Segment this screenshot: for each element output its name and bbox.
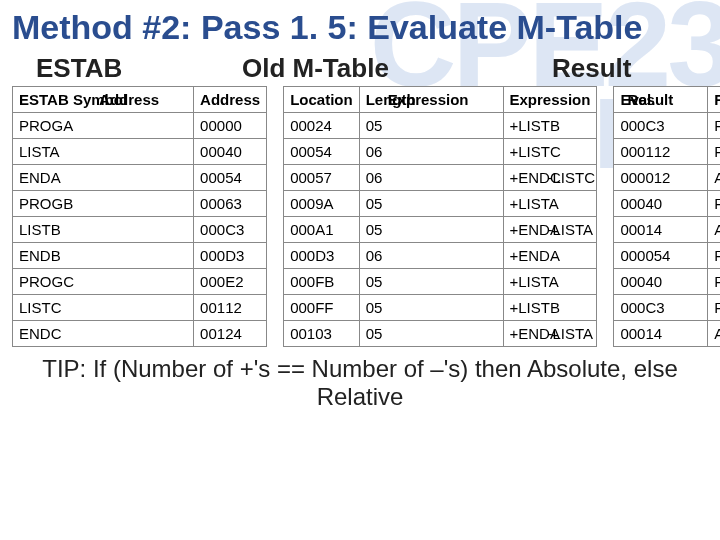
old-expression-cell: +ENDA [503,243,597,269]
table-row: 000FB05+LISTA [284,269,597,295]
old-location-cell: 000FB [284,269,360,295]
estab-address-cell: 00054 [194,165,267,191]
slide-title: Method #2: Pass 1. 5: Evaluate M-Table [12,8,708,47]
table-row: PROGA00000 [13,113,267,139]
heading-estab: ESTAB [12,53,232,84]
old-expression-cell: +ENDA-LISTA [503,217,597,243]
old-location-cell: 000D3 [284,243,360,269]
old-length-cell: 06 [359,139,503,165]
result-eval-cell: 00040 [614,269,708,295]
table-row: 000FF05+LISTB [284,295,597,321]
old-location-cell: 00054 [284,139,360,165]
old-header-expression: Expression [503,87,597,113]
old-header-length-b: Expression [388,91,469,108]
result-header-type-a: Result Type (Abs/ [714,91,720,108]
result-header-eval-b: Result [627,91,673,108]
estab-symbol-cell: PROGC [13,269,194,295]
result-eval-cell: 000C3 [614,113,708,139]
estab-header-symbol: ESTAB SymbolAddress [13,87,194,113]
result-header-type: Result Type (Abs/Rel) [708,87,720,113]
estab-symbol-cell: LISTA [13,139,194,165]
result-type-cell: A [708,165,720,191]
estab-table: ESTAB SymbolAddress Address PROGA00000LI… [12,86,267,347]
estab-address-cell: 000D3 [194,243,267,269]
table-row: 00040R [614,191,720,217]
result-eval-cell: 000054 [614,243,708,269]
result-eval-cell: 000112 [614,139,708,165]
tables-row: ESTAB SymbolAddress Address PROGA00000LI… [12,86,708,347]
old-length-cell: 05 [359,321,503,347]
result-eval-cell: 000C3 [614,295,708,321]
estab-symbol-cell: ENDA [13,165,194,191]
estab-symbol-cell: ENDC [13,321,194,347]
old-expression-cell: +LISTA [503,191,597,217]
old-expression-cell: +LISTB [503,295,597,321]
old-location-cell: 00057 [284,165,360,191]
estab-address-cell: 00000 [194,113,267,139]
section-headings: ESTAB Old M-Table Result [12,53,708,84]
old-length-cell: 06 [359,243,503,269]
result-header-eval: Eval.Result [614,87,708,113]
old-location-cell: 00103 [284,321,360,347]
estab-symbol-cell: LISTC [13,295,194,321]
old-length-cell: 06 [359,165,503,191]
estab-address-cell: 000E2 [194,269,267,295]
result-type-cell: A [708,321,720,347]
table-row: LISTB000C3 [13,217,267,243]
tip-text: TIP: If (Number of +'s == Number of –'s)… [12,355,708,411]
old-location-cell: 000FF [284,295,360,321]
table-row: 000C3R [614,113,720,139]
slide-content: Method #2: Pass 1. 5: Evaluate M-Table E… [0,0,720,411]
table-row: 00040R [614,269,720,295]
table-row: 0002405+LISTB [284,113,597,139]
old-length-cell: 05 [359,191,503,217]
table-header-row: Location LengthExpression Expression [284,87,597,113]
table-header-row: ESTAB SymbolAddress Address [13,87,267,113]
result-eval-cell: 00014 [614,321,708,347]
estab-address-cell: 00112 [194,295,267,321]
estab-header-address: Address [194,87,267,113]
estab-symbol-cell: PROGB [13,191,194,217]
old-expression-cell: +ENDA-LISTA [503,321,597,347]
result-type-cell: R [708,139,720,165]
table-row: ENDA00054 [13,165,267,191]
result-type-cell: R [708,295,720,321]
table-header-row: Eval.Result Result Type (Abs/Rel) [614,87,720,113]
estab-address-cell: 000C3 [194,217,267,243]
result-type-cell: R [708,243,720,269]
table-row: PROGB00063 [13,191,267,217]
heading-old-m-table: Old M-Table [232,53,512,84]
table-row: 000112R [614,139,720,165]
result-eval-cell: 00014 [614,217,708,243]
table-row: LISTC00112 [13,295,267,321]
heading-result: Result [512,53,708,84]
old-location-cell: 0009A [284,191,360,217]
table-row: 000012A [614,165,720,191]
result-eval-cell: 00040 [614,191,708,217]
estab-address-cell: 00040 [194,139,267,165]
estab-symbol-cell: LISTB [13,217,194,243]
old-location-cell: 000A1 [284,217,360,243]
table-row: PROGC000E2 [13,269,267,295]
table-row: 00014A [614,217,720,243]
old-length-cell: 05 [359,217,503,243]
table-row: 000A105+ENDA-LISTA [284,217,597,243]
old-length-cell: 05 [359,113,503,139]
table-row: ENDC00124 [13,321,267,347]
estab-header-symbol-b: Address [99,91,159,108]
old-expression-cell: +LISTC [503,139,597,165]
table-row: 0005406+LISTC [284,139,597,165]
old-length-cell: 05 [359,269,503,295]
old-expression-cell: +ENDC-LISTC [503,165,597,191]
table-row: LISTA00040 [13,139,267,165]
old-expression-cell: +LISTA [503,269,597,295]
table-row: 00014A [614,321,720,347]
result-table: Eval.Result Result Type (Abs/Rel) 000C3R… [613,86,720,347]
result-eval-cell: 000012 [614,165,708,191]
old-m-table: Location LengthExpression Expression 000… [283,86,597,347]
result-type-cell: A [708,217,720,243]
result-type-cell: R [708,191,720,217]
table-row: 000054R [614,243,720,269]
old-header-length: LengthExpression [359,87,503,113]
result-type-cell: R [708,113,720,139]
